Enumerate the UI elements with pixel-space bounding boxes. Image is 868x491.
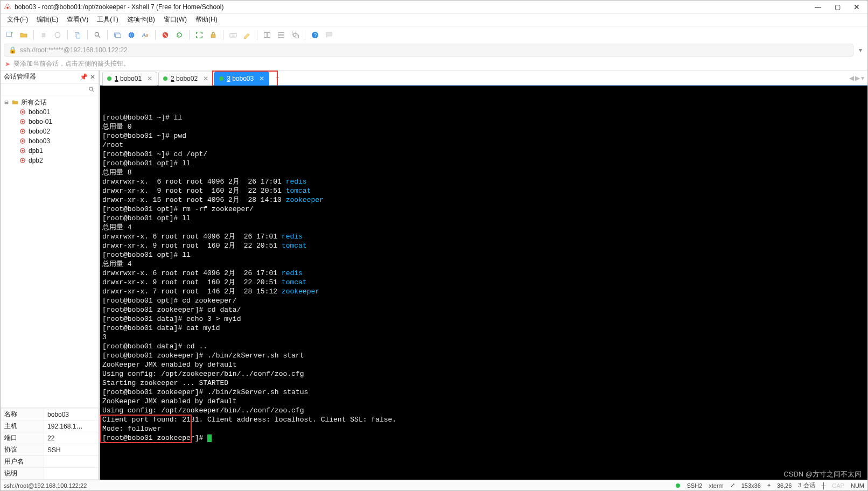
prop-row: 用户名 — [1, 456, 99, 468]
toolbar-separator — [189, 30, 190, 40]
tab-bobo01[interactable]: 1 bobo01✕ — [102, 72, 157, 86]
prop-value: 192.168.1… — [44, 420, 99, 432]
toolbar-new-session-icon[interactable] — [4, 29, 16, 41]
status-size-icon: ⤢ — [730, 482, 735, 489]
toolbar-highlight-icon[interactable] — [241, 29, 253, 41]
tab-nav: ◀▶▾ — [849, 74, 867, 82]
toolbar-fullscreen-icon[interactable] — [193, 29, 205, 41]
toolbar-new-tab-icon[interactable] — [111, 29, 123, 41]
tab-list-icon[interactable]: ▾ — [861, 74, 864, 82]
session-icon — [19, 157, 26, 164]
terminal-line: drwxr-xr-x. 7 root root 146 2月 28 15:12 … — [102, 287, 865, 296]
svg-rect-20 — [295, 35, 299, 38]
toolbar-tile-h-icon[interactable] — [261, 29, 273, 41]
toolbar-globe-icon[interactable] — [125, 29, 137, 41]
menu-item-0[interactable]: 文件(F) — [3, 13, 32, 26]
window-maximize-button[interactable]: ▢ — [830, 2, 845, 12]
menu-item-3[interactable]: 工具(T) — [93, 13, 122, 26]
session-item-bobo01[interactable]: bobo01 — [2, 107, 97, 117]
tree-root-label: 所有会话 — [21, 98, 47, 107]
terminal-line: drwxrwxr-x. 6 root root 4096 2月 26 17:01… — [102, 269, 865, 278]
address-bar: 🔒 ssh://root:******@192.168.100.122:22 ▾ — [1, 43, 867, 58]
tab-close-icon[interactable]: ✕ — [203, 75, 208, 82]
toolbar-separator — [223, 30, 223, 40]
hint-text: 要添加当前会话，点击左侧的箭头按钮。 — [13, 59, 130, 68]
hint-bar: ➤ 要添加当前会话，点击左侧的箭头按钮。 — [1, 58, 867, 71]
toolbar-keyboard-icon[interactable] — [227, 29, 239, 41]
prop-key: 名称 — [1, 409, 44, 420]
session-item-bobo-01[interactable]: bobo-01 — [2, 117, 97, 127]
menu-item-6[interactable]: 帮助(H) — [191, 13, 222, 26]
address-dropdown-icon[interactable]: ▾ — [857, 46, 864, 54]
prop-key: 主机 — [1, 420, 44, 432]
terminal-line: ZooKeeper JMX enabled by default — [102, 397, 865, 406]
window-title: bobo03 - root@bobo01:/opt/zookeeper - Xs… — [15, 3, 223, 11]
svg-point-35 — [22, 159, 24, 162]
terminal-line: [root@bobo01 ~]# ll — [102, 113, 865, 122]
tree-expander-icon[interactable]: ⊟ — [4, 99, 9, 106]
tab-bobo03[interactable]: 3 bobo03✕ — [214, 72, 269, 86]
toolbar-tile-v-icon[interactable] — [275, 29, 287, 41]
session-item-bobo03[interactable]: bobo03 — [2, 136, 97, 146]
toolbar-chat-icon[interactable] — [323, 29, 335, 41]
terminal-line: [root@bobo01 opt]# rm -rf zookeeper/ — [102, 205, 865, 214]
session-icon — [19, 147, 26, 155]
sidebar-pin-icon[interactable]: 📌 — [80, 73, 88, 81]
terminal-cursor — [207, 434, 212, 442]
toolbar-disconnect-icon[interactable] — [52, 29, 64, 41]
tab-next-icon[interactable]: ▶ — [855, 74, 860, 82]
window-minimize-button[interactable]: — — [810, 2, 825, 12]
window-close-button[interactable]: ✕ — [849, 2, 864, 12]
tab-close-icon[interactable]: ✕ — [259, 75, 264, 82]
svg-text:A: A — [142, 32, 145, 38]
toolbar-find-icon[interactable] — [92, 29, 103, 41]
tree-root[interactable]: ⊟ 所有会话 — [2, 97, 97, 107]
toolbar-open-icon[interactable] — [18, 29, 30, 41]
prop-key: 用户名 — [1, 456, 44, 468]
session-icon — [19, 118, 26, 125]
svg-rect-15 — [268, 32, 270, 37]
toolbar-font-icon[interactable]: Aa — [139, 29, 151, 41]
terminal-line: drwxrwxr-x. 6 root root 4096 2月 26 17:01… — [102, 177, 865, 186]
sidebar-close-icon[interactable]: ✕ — [90, 73, 95, 81]
svg-rect-13 — [230, 33, 236, 37]
tab-close-icon[interactable]: ✕ — [147, 75, 152, 82]
toolbar-separator — [107, 30, 108, 40]
toolbar-copy-icon[interactable] — [72, 29, 83, 41]
terminal-line: 总用量 0 — [102, 122, 865, 131]
terminal-line: 3 — [102, 333, 865, 342]
tab-status-icon — [163, 76, 167, 81]
session-label: bobo01 — [29, 108, 50, 116]
toolbar-cascade-icon[interactable] — [289, 29, 301, 41]
menu-item-4[interactable]: 选项卡(B) — [123, 13, 159, 26]
terminal-line: [root@bobo01 ~]# pwd — [102, 131, 865, 141]
menu-item-5[interactable]: 窗口(W) — [159, 13, 191, 26]
sidebar-search[interactable] — [1, 83, 99, 95]
prop-row: 主机192.168.1… — [1, 420, 99, 432]
prop-row: 协议SSH — [1, 444, 99, 456]
toolbar-stop-icon[interactable] — [159, 29, 171, 41]
menu-item-2[interactable]: 查看(V) — [62, 13, 93, 26]
toolbar-separator — [67, 30, 68, 40]
toolbar-help-icon[interactable]: ? — [309, 29, 321, 41]
svg-point-31 — [22, 140, 24, 142]
terminal[interactable]: [root@bobo01 ~]# ll总用量 0[root@bobo01 ~]#… — [100, 86, 867, 480]
toolbar-separator — [87, 30, 88, 40]
toolbar-refresh-icon[interactable] — [173, 29, 185, 41]
session-properties: 名称bobo03主机192.168.1…端口22协议SSH用户名说明 — [1, 408, 99, 480]
toolbar-separator — [33, 30, 34, 40]
session-item-bobo02[interactable]: bobo02 — [2, 127, 97, 136]
toolbar-reconnect-icon[interactable] — [38, 29, 50, 41]
toolbar-lock-icon[interactable] — [207, 29, 219, 41]
tab-prev-icon[interactable]: ◀ — [849, 74, 854, 82]
tab-add-button[interactable]: ＋ — [271, 72, 283, 84]
session-item-dpb1[interactable]: dpb1 — [2, 146, 97, 156]
svg-point-25 — [22, 111, 24, 113]
menu-item-1[interactable]: 编辑(E) — [32, 13, 62, 26]
window-titlebar: bobo03 - root@bobo01:/opt/zookeeper - Xs… — [1, 1, 867, 13]
session-item-dpb2[interactable]: dpb2 — [2, 156, 97, 165]
tab-bobo02[interactable]: 2 bobo02✕ — [158, 72, 213, 86]
svg-text:?: ? — [314, 32, 317, 38]
address-field[interactable]: 🔒 ssh://root:******@192.168.100.122:22 — [4, 44, 853, 57]
status-left: ssh://root@192.168.100.122:22 — [4, 482, 87, 489]
